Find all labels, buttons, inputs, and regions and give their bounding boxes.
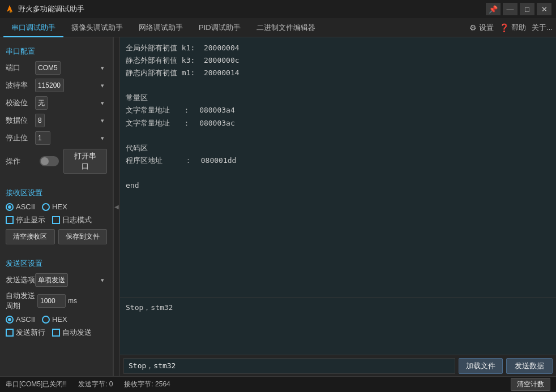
divider-2 — [6, 248, 107, 255]
port-label: 端口 — [6, 63, 35, 73]
send-encoding-row: ASCII HEX — [6, 315, 107, 324]
receive-encoding-row: ASCII HEX — [6, 203, 107, 211]
parity-select[interactable]: 无 奇 偶 — [35, 96, 48, 110]
menu-right: ⚙ 设置 ❓ 帮助 关于... — [469, 23, 553, 33]
parity-row: 校验位 无 奇 偶 — [6, 96, 107, 110]
baudrate-label: 波特率 — [6, 80, 35, 91]
about-label: 关于... — [532, 23, 553, 33]
send-ascii-label: ASCII — [16, 315, 35, 324]
menu-bar: 串口调试助手 摄像头调试助手 网络调试助手 PID调试助手 二进制文件编辑器 ⚙… — [0, 18, 556, 37]
tab-binary[interactable]: 二进制文件编辑器 — [249, 18, 323, 37]
receive-ascii-radio-circle — [6, 203, 14, 211]
receive-settings-title: 接收区设置 — [6, 188, 107, 198]
send-settings-title: 发送区设置 — [6, 259, 107, 269]
log-mode-label: 日志模式 — [62, 215, 92, 225]
send-option-select[interactable]: 单项发送 多项发送 循环发送 — [35, 273, 68, 287]
send-option-label: 发送选项 — [6, 275, 35, 285]
status-bar: 串口[COM5]已关闭!! 发送字节: 0 接收字节: 2564 清空计数 — [0, 376, 556, 392]
send-hex-radio[interactable]: HEX — [42, 315, 67, 324]
status-area: Stop，stm32 — [120, 298, 556, 355]
receive-hex-radio[interactable]: HEX — [42, 203, 67, 211]
receive-ascii-label: ASCII — [16, 203, 35, 211]
log-mode-checkbox[interactable]: 日志模式 — [52, 215, 92, 225]
port-status: 串口[COM5]已关闭!! — [6, 380, 67, 389]
baudrate-row: 波特率 115200 9600 19200 38400 57600 230400 — [6, 79, 107, 92]
stopbits-select-wrapper: 1 1.5 2 — [35, 131, 107, 145]
receive-ascii-radio[interactable]: ASCII — [6, 203, 35, 211]
title-bar: 野火多功能调试助手 📌 — □ ✕ — [0, 0, 556, 18]
send-option-select-wrapper: 单项发送 多项发送 循环发送 — [35, 273, 107, 287]
baudrate-select[interactable]: 115200 9600 19200 38400 57600 230400 — [35, 79, 64, 92]
databits-label: 数据位 — [6, 115, 35, 126]
operation-label: 操作 — [6, 156, 35, 166]
send-input[interactable] — [123, 358, 455, 374]
stopbits-label: 停止位 — [6, 133, 35, 143]
auto-period-input[interactable] — [37, 294, 66, 308]
minimize-button[interactable]: — — [503, 3, 517, 15]
help-icon: ❓ — [499, 23, 509, 32]
auto-send-label: 自动发送 — [62, 328, 92, 338]
baudrate-select-wrapper: 115200 9600 19200 38400 57600 230400 — [35, 79, 107, 92]
collapse-handle[interactable]: ◀ — [113, 37, 120, 376]
operation-row: 操作 打开串口 — [6, 149, 107, 174]
settings-menu-item[interactable]: ⚙ 设置 — [469, 23, 494, 33]
divider-1 — [6, 178, 107, 184]
help-menu-item[interactable]: ❓ 帮助 — [499, 23, 526, 33]
clear-count-button[interactable]: 清空计数 — [511, 378, 550, 391]
port-select-wrapper: COM5 COM1 COM2 COM3 COM4 COM6 — [35, 61, 107, 75]
send-newline-label: 发送新行 — [16, 328, 45, 338]
send-ascii-radio[interactable]: ASCII — [6, 315, 35, 324]
title-bar-controls: 📌 — □ ✕ — [486, 3, 551, 15]
send-hex-radio-circle — [42, 316, 50, 324]
app-icon — [5, 4, 15, 14]
about-menu-item[interactable]: 关于... — [532, 23, 553, 33]
tab-network[interactable]: 网络调试助手 — [131, 18, 191, 37]
log-mode-box — [52, 216, 60, 224]
open-port-button[interactable]: 打开串口 — [63, 149, 107, 174]
status-bar-right: 清空计数 — [511, 378, 550, 391]
send-newline-checkbox[interactable]: 发送新行 — [6, 328, 45, 338]
gear-icon: ⚙ — [469, 23, 477, 32]
title-bar-left: 野火多功能调试助手 — [5, 4, 84, 14]
app-title: 野火多功能调试助手 — [18, 4, 84, 14]
tab-pid[interactable]: PID调试助手 — [191, 18, 249, 37]
stopbits-select[interactable]: 1 1.5 2 — [35, 131, 50, 145]
port-row: 端口 COM5 COM1 COM2 COM3 COM4 COM6 — [6, 61, 107, 75]
receive-options-row: 停止显示 日志模式 — [6, 215, 107, 225]
receive-area: 全局外部有初值 k1: 20000004 静态外部有初值 k3: 2000000… — [120, 37, 556, 298]
send-newline-box — [6, 329, 14, 337]
main-layout: 串口配置 端口 COM5 COM1 COM2 COM3 COM4 COM6 波特… — [0, 37, 556, 376]
load-file-button[interactable]: 加载文件 — [459, 358, 503, 374]
tab-serial[interactable]: 串口调试助手 — [3, 18, 63, 37]
content-panels: 全局外部有初值 k1: 20000004 静态外部有初值 k3: 2000000… — [120, 37, 556, 376]
stopbits-row: 停止位 1 1.5 2 — [6, 131, 107, 145]
databits-select[interactable]: 8 5 6 7 — [35, 114, 45, 127]
send-bytes: 发送字节: 0 — [78, 380, 113, 389]
help-label: 帮助 — [511, 23, 526, 33]
send-data-button[interactable]: 发送数据 — [506, 358, 553, 374]
send-options-row: 发送新行 自动发送 — [6, 328, 107, 338]
sidebar: 串口配置 端口 COM5 COM1 COM2 COM3 COM4 COM6 波特… — [0, 37, 113, 376]
stop-display-box — [6, 216, 14, 224]
clear-receive-button[interactable]: 清空接收区 — [6, 229, 55, 244]
auto-send-checkbox[interactable]: 自动发送 — [52, 328, 92, 338]
databits-select-wrapper: 8 5 6 7 — [35, 114, 107, 127]
receive-btn-row: 清空接收区 保存到文件 — [6, 229, 107, 244]
pin-button[interactable]: 📌 — [486, 3, 501, 15]
close-button[interactable]: ✕ — [537, 3, 551, 15]
port-select[interactable]: COM5 COM1 COM2 COM3 COM4 COM6 — [35, 61, 61, 75]
parity-select-wrapper: 无 奇 偶 — [35, 96, 107, 110]
auto-send-box — [52, 329, 60, 337]
toggle-knob — [41, 157, 49, 165]
auto-period-label: 自动发送周期 — [6, 291, 35, 311]
menu-tabs: 串口调试助手 摄像头调试助手 网络调试助手 PID调试助手 二进制文件编辑器 — [3, 18, 323, 37]
auto-period-unit: ms — [68, 297, 77, 305]
serial-config-title: 串口配置 — [6, 46, 107, 57]
tab-camera[interactable]: 摄像头调试助手 — [63, 18, 131, 37]
databits-row: 数据位 8 5 6 7 — [6, 114, 107, 127]
stop-display-checkbox[interactable]: 停止显示 — [6, 215, 45, 225]
stop-display-label: 停止显示 — [16, 215, 45, 225]
port-toggle[interactable] — [40, 156, 59, 166]
save-to-file-button[interactable]: 保存到文件 — [58, 229, 108, 244]
maximize-button[interactable]: □ — [520, 3, 534, 15]
